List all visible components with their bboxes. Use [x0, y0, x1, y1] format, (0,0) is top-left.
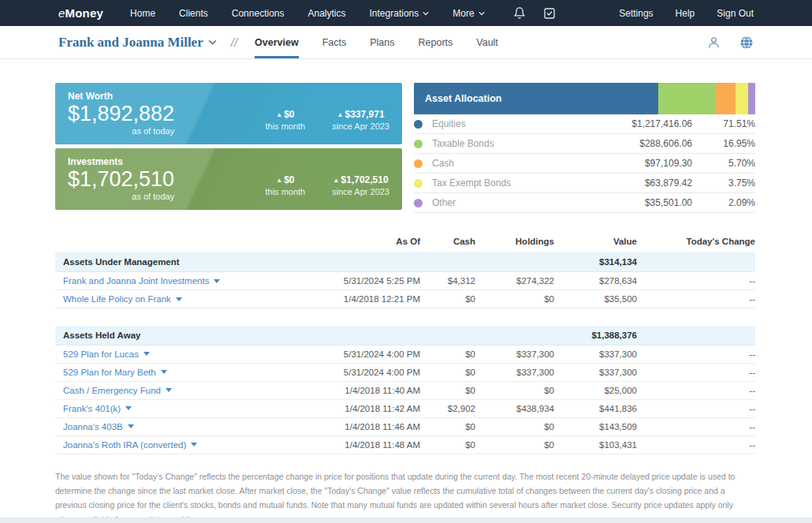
client-name-label: Frank and Joanna Miller: [58, 35, 203, 50]
overview-content: Net Worth $1,892,882 as of today ▲$0 thi…: [0, 59, 812, 523]
allocation-segment-other: [748, 83, 755, 114]
asset-allocation-title: Asset Allocation: [425, 93, 501, 104]
client-site-globe-icon[interactable]: [739, 35, 754, 50]
investments-title: Investments: [68, 156, 174, 167]
chevron-down-icon[interactable]: [191, 443, 197, 446]
allocation-segment-tax-exempt-bonds: [736, 83, 748, 114]
col-holdings: Holdings: [475, 233, 554, 252]
net-worth-title: Net Worth: [68, 91, 174, 102]
allocation-row-tax-exempt-bonds: Tax Exempt Bonds $63,879.42 3.75%: [414, 174, 755, 193]
section-spacer: [55, 308, 755, 326]
table-row: Cash / Emergency Fund 1/4/2018 11:40 AM …: [55, 381, 755, 399]
net-worth-value: $1,892,882: [68, 103, 174, 126]
settings-link[interactable]: Settings: [619, 8, 653, 19]
allocation-row-other: Other $35,501.00 2.09%: [414, 193, 755, 213]
nav-item-more[interactable]: More: [453, 8, 484, 19]
chevron-down-icon[interactable]: [176, 297, 182, 301]
sign-out-link[interactable]: Sign Out: [717, 8, 754, 19]
chevron-down-icon[interactable]: [143, 352, 150, 356]
other-dot-icon: [414, 199, 423, 207]
net-worth-since-change: ▲$337,971 since Apr 2023: [332, 109, 389, 131]
chevron-down-icon[interactable]: [166, 388, 172, 392]
chevron-down-icon[interactable]: [125, 406, 132, 410]
account-link[interactable]: Frank's 401(k): [55, 404, 132, 413]
aum-total: $314,134: [554, 252, 637, 272]
emoney-app: eMoney Home Clients Connections Analytic…: [0, 0, 812, 523]
allocation-segment-taxable-bonds: [658, 83, 716, 114]
table-row: 529 Plan for Mary Beth 5/31/2024 4:00 PM…: [55, 363, 755, 381]
investments-since-change: ▲$1,702,510 since Apr 2023: [332, 174, 389, 196]
table-header-row: As Of Cash Holdings Value Today's Change: [55, 233, 755, 252]
table-row: Joanna's Roth IRA (converted) 1/4/2018 1…: [55, 435, 755, 454]
client-selector[interactable]: Frank and Joanna Miller: [58, 35, 217, 50]
up-arrow-icon: ▲: [276, 177, 282, 184]
up-arrow-icon: ▲: [333, 177, 340, 184]
account-link[interactable]: Whole Life Policy on Frank: [55, 294, 182, 304]
net-worth-asof: as of today: [68, 126, 174, 136]
client-bar: Frank and Joanna Miller // Overview Fact…: [0, 26, 812, 59]
tab-reports[interactable]: Reports: [419, 27, 453, 58]
col-cash: Cash: [420, 233, 475, 252]
investments-asof: as of today: [68, 192, 174, 201]
chevron-down-icon[interactable]: [214, 279, 220, 283]
account-link[interactable]: 529 Plan for Mary Beth: [55, 368, 167, 377]
chevron-down-icon[interactable]: [161, 370, 167, 374]
account-link[interactable]: Joanna's Roth IRA (converted): [55, 440, 197, 450]
tab-plans[interactable]: Plans: [370, 27, 394, 58]
chevron-down-icon: [423, 10, 429, 17]
table-row: 529 Plan for Lucas 5/31/2024 4:00 PM $0 …: [55, 345, 755, 363]
asset-allocation-panel: Asset Allocation Equities $1,217,416.06 …: [414, 83, 755, 213]
table-row: Joanna's 403B 1/4/2018 11:46 AM $0 $0 $1…: [55, 417, 755, 435]
account-link[interactable]: 529 Plan for Lucas: [55, 349, 150, 359]
nav-item-clients[interactable]: Clients: [179, 8, 208, 19]
table-row: Whole Life Policy on Frank 1/4/2018 12:2…: [55, 290, 755, 308]
todays-change-disclaimer: The value shown for "Today's Change" ref…: [55, 469, 755, 523]
tab-overview[interactable]: Overview: [255, 27, 299, 58]
client-profile-icon[interactable]: [707, 35, 721, 49]
chevron-down-icon: [479, 10, 485, 17]
accounts-table: As Of Cash Holdings Value Today's Change…: [55, 233, 755, 454]
tab-vault[interactable]: Vault: [476, 27, 498, 58]
account-link[interactable]: Cash / Emergency Fund: [55, 386, 172, 395]
asset-allocation-bar: Asset Allocation: [414, 83, 755, 114]
account-link[interactable]: Frank and Joanna Joint Investments: [55, 276, 220, 286]
allocation-segment-cash: [716, 83, 736, 114]
logo-e: e: [58, 6, 65, 20]
nav-item-connections[interactable]: Connections: [232, 8, 285, 19]
client-tabs: Overview Facts Plans Reports Vault: [255, 27, 498, 58]
col-todays-change: Today's Change: [637, 233, 755, 252]
tasks-checkbox-icon[interactable]: [543, 7, 556, 20]
investments-month-change: ▲$0 this month: [265, 174, 305, 196]
tab-facts[interactable]: Facts: [322, 27, 347, 58]
investments-card: Investments $1,702,510 as of today ▲$0 t…: [55, 148, 402, 210]
chevron-down-icon[interactable]: [128, 424, 134, 428]
section-assets-under-management: Assets Under Management $314,134: [55, 252, 755, 272]
emoney-logo[interactable]: eMoney: [58, 6, 103, 20]
help-link[interactable]: Help: [676, 8, 695, 19]
nav-item-analytics[interactable]: Analytics: [307, 8, 345, 19]
tax-exempt-bonds-dot-icon: [414, 179, 423, 188]
col-as-of: As Of: [278, 233, 420, 252]
breadcrumb-separator: //: [231, 35, 237, 49]
allocation-row-taxable-bonds: Taxable Bonds $288,606.06 16.95%: [414, 134, 755, 154]
section-assets-held-away: Assets Held Away $1,388,376: [55, 326, 755, 346]
aha-total: $1,388,376: [554, 326, 637, 346]
nav-item-home[interactable]: Home: [130, 8, 155, 19]
chevron-down-icon: [208, 38, 217, 47]
up-arrow-icon: ▲: [276, 111, 282, 118]
top-nav: eMoney Home Clients Connections Analytic…: [0, 0, 812, 26]
col-value: Value: [554, 233, 637, 252]
allocation-row-equities: Equities $1,217,416.06 71.51%: [414, 114, 755, 134]
allocation-row-cash: Cash $97,109.30 5.70%: [414, 154, 755, 174]
table-row: Frank's 401(k) 1/4/2018 11:42 AM $2,902 …: [55, 399, 755, 417]
up-arrow-icon: ▲: [337, 111, 344, 118]
account-link[interactable]: Joanna's 403B: [55, 422, 134, 431]
table-row: Frank and Joanna Joint Investments 5/31/…: [55, 272, 755, 290]
nav-item-integrations[interactable]: Integrations: [370, 8, 430, 19]
net-worth-card: Net Worth $1,892,882 as of today ▲$0 thi…: [55, 83, 402, 144]
cash-dot-icon: [414, 159, 423, 168]
net-worth-month-change: ▲$0 this month: [265, 109, 305, 131]
equities-dot-icon: [414, 120, 423, 129]
notifications-bell-icon[interactable]: [513, 6, 526, 20]
horizontal-scrollbar[interactable]: [0, 517, 812, 523]
